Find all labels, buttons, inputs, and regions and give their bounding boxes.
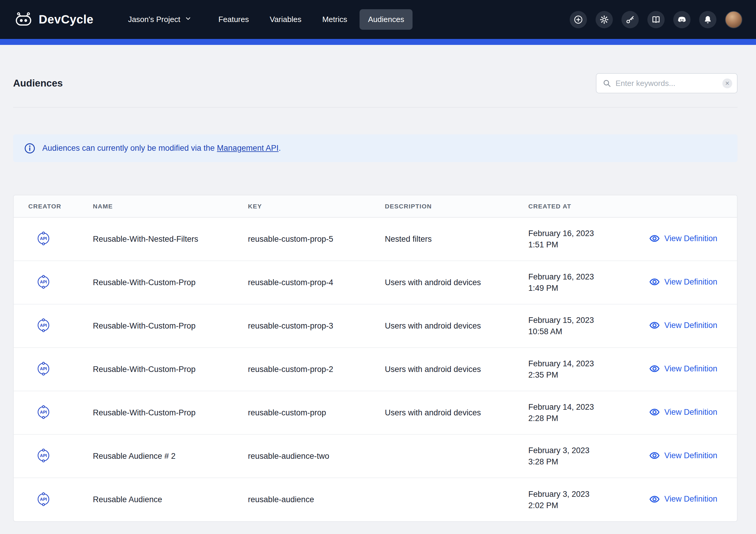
- audience-key: reusable-custom-prop: [248, 408, 380, 418]
- svg-text:API: API: [40, 323, 47, 328]
- created-date: February 3, 2023: [528, 489, 633, 500]
- api-keys-button[interactable]: [621, 11, 639, 28]
- audience-name: Reusable Audience # 2: [93, 452, 243, 461]
- view-definition-link[interactable]: View Definition: [649, 494, 717, 505]
- api-creator-icon: API: [35, 491, 52, 508]
- audience-key: reusable-custom-prop-3: [248, 321, 380, 331]
- created-time: 10:58 AM: [528, 326, 633, 337]
- column-header-name: NAME: [93, 195, 248, 217]
- brand-name: DevCycle: [39, 13, 94, 26]
- audience-description: Users with android devices: [385, 321, 524, 331]
- created-time: 2:28 PM: [528, 413, 633, 424]
- eye-icon: [649, 276, 660, 287]
- table-row: API Reusable-With-Custom-Prop reusable-c…: [14, 261, 738, 304]
- svg-text:API: API: [40, 366, 47, 371]
- audience-description: Users with android devices: [385, 278, 524, 287]
- navbar-actions: [570, 11, 742, 28]
- view-definition-link[interactable]: View Definition: [649, 233, 717, 244]
- bell-icon: [703, 14, 713, 25]
- audience-description: Nested filters: [385, 235, 524, 244]
- audiences-table: CREATOR NAME KEY DESCRIPTION CREATED AT …: [13, 195, 738, 522]
- page-title: Audiences: [13, 78, 63, 89]
- discord-icon: [677, 14, 687, 25]
- chevron-down-icon: [184, 15, 192, 24]
- user-avatar[interactable]: [725, 11, 742, 28]
- table-row: API Reusable Audience # 2 reusable-audie…: [14, 434, 738, 478]
- view-definition-link[interactable]: View Definition: [649, 276, 717, 287]
- project-selector[interactable]: Jason's Project: [128, 15, 192, 24]
- nav-item-audiences[interactable]: Audiences: [360, 9, 412, 30]
- docs-button[interactable]: [647, 11, 664, 28]
- nav-item-variables[interactable]: Variables: [261, 9, 310, 30]
- audience-key: reusable-custom-prop-4: [248, 278, 380, 287]
- audience-key: reusable-audience-two: [248, 452, 380, 461]
- audience-name: Reusable-With-Nested-Filters: [93, 235, 243, 244]
- table-header-row: CREATOR NAME KEY DESCRIPTION CREATED AT: [14, 195, 738, 217]
- audience-name: Reusable-With-Custom-Prop: [93, 321, 243, 331]
- view-definition-link[interactable]: View Definition: [649, 407, 717, 418]
- audience-description: Users with android devices: [385, 408, 524, 418]
- brand[interactable]: DevCycle: [14, 12, 94, 28]
- info-banner: Audiences can currently only be modified…: [13, 134, 738, 162]
- book-icon: [651, 14, 661, 25]
- audience-name: Reusable-With-Custom-Prop: [93, 278, 243, 287]
- api-creator-icon: API: [35, 447, 52, 464]
- table-row: API Reusable Audience reusable-audience …: [14, 478, 738, 521]
- create-button[interactable]: [570, 11, 587, 28]
- project-selector-label: Jason's Project: [128, 15, 180, 24]
- search-box[interactable]: ×: [596, 73, 738, 93]
- table-row: API Reusable-With-Nested-Filters reusabl…: [14, 217, 738, 261]
- svg-text:API: API: [40, 497, 47, 501]
- created-date: February 3, 2023: [528, 445, 633, 456]
- column-header-created-at: CREATED AT: [528, 195, 637, 217]
- api-creator-icon: API: [35, 273, 52, 290]
- management-api-link[interactable]: Management API: [217, 143, 279, 153]
- created-time: 2:02 PM: [528, 500, 633, 511]
- eye-icon: [649, 320, 660, 331]
- search-input[interactable]: [615, 79, 718, 88]
- audience-name: Reusable-With-Custom-Prop: [93, 365, 243, 374]
- audience-key: reusable-audience: [248, 495, 380, 504]
- svg-text:API: API: [40, 279, 47, 284]
- info-icon: [24, 142, 36, 154]
- gear-icon: [599, 14, 609, 25]
- api-creator-icon: API: [35, 230, 52, 247]
- created-date: February 15, 2023: [528, 315, 633, 326]
- devcycle-logo-icon: [14, 12, 33, 28]
- nav-item-features[interactable]: Features: [210, 9, 257, 30]
- nav-item-metrics[interactable]: Metrics: [314, 9, 356, 30]
- created-date: February 14, 2023: [528, 358, 633, 369]
- eye-icon: [649, 407, 660, 418]
- header-divider: [13, 107, 738, 108]
- audience-key: reusable-custom-prop-2: [248, 365, 380, 374]
- audience-name: Reusable-With-Custom-Prop: [93, 408, 243, 418]
- clear-search-icon[interactable]: ×: [722, 79, 732, 88]
- column-header-actions: [637, 195, 738, 217]
- settings-button[interactable]: [596, 11, 613, 28]
- discord-button[interactable]: [673, 11, 690, 28]
- view-definition-link[interactable]: View Definition: [649, 320, 717, 331]
- eye-icon: [649, 363, 660, 374]
- created-date: February 16, 2023: [528, 271, 633, 282]
- svg-text:API: API: [40, 453, 47, 458]
- audience-name: Reusable Audience: [93, 495, 243, 504]
- notifications-button[interactable]: [699, 11, 716, 28]
- main-nav: Features Variables Metrics Audiences: [210, 9, 413, 30]
- svg-text:API: API: [40, 236, 47, 241]
- eye-icon: [649, 233, 660, 244]
- view-definition-link[interactable]: View Definition: [649, 450, 717, 461]
- api-creator-icon: API: [35, 317, 52, 334]
- created-date: February 16, 2023: [528, 228, 633, 239]
- svg-text:API: API: [40, 410, 47, 415]
- accent-bar: [0, 39, 756, 45]
- table-row: API Reusable-With-Custom-Prop reusable-c…: [14, 304, 738, 347]
- api-creator-icon: API: [35, 404, 52, 420]
- created-time: 3:28 PM: [528, 456, 633, 468]
- column-header-key: KEY: [248, 195, 385, 217]
- view-definition-link[interactable]: View Definition: [649, 363, 717, 374]
- column-header-creator: CREATOR: [14, 195, 93, 217]
- created-time: 2:35 PM: [528, 369, 633, 381]
- eye-icon: [649, 450, 660, 461]
- key-icon: [625, 14, 635, 25]
- plus-circle-icon: [573, 14, 583, 25]
